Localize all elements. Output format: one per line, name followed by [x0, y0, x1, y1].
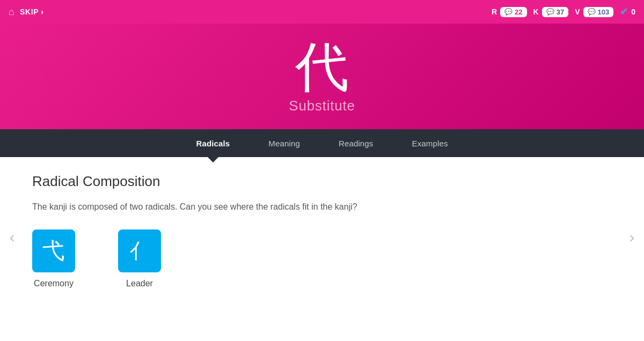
skip-link[interactable]: SKIP › — [20, 8, 44, 16]
home-icon[interactable]: ⌂ — [9, 6, 14, 18]
check-count: 0 — [631, 8, 635, 16]
next-arrow[interactable]: › — [630, 229, 634, 246]
tab-examples[interactable]: Examples — [393, 129, 467, 157]
check-badge: ✔ 0 — [620, 6, 635, 18]
k-count: 37 — [557, 8, 564, 16]
tab-meaning[interactable]: Meaning — [249, 129, 319, 157]
leader-label: Leader — [126, 279, 153, 288]
r-count: 22 — [515, 8, 522, 16]
k-speech-icon: 💬 — [546, 8, 554, 16]
nav-right: R 💬 22 K 💬 37 V 💬 103 ✔ 0 — [492, 6, 635, 18]
radical-card-leader: 亻 Leader — [118, 229, 161, 288]
radicals-badge: R 💬 22 — [492, 7, 527, 17]
tab-nav: Radicals Meaning Readings Examples — [0, 129, 644, 157]
r-speech-icon: 💬 — [504, 8, 513, 16]
kanji-character: 代 — [11, 40, 633, 93]
ceremony-label: Ceremony — [34, 279, 74, 288]
kanji-meaning: Substitute — [289, 98, 355, 114]
k-count-box: 💬 37 — [542, 7, 568, 17]
nav-left: ⌂ SKIP › — [9, 6, 44, 18]
kanji-badge: K 💬 37 — [533, 7, 569, 17]
section-description: The kanji is composed of two radicals. C… — [32, 201, 612, 213]
radical-card-ceremony: 弋 Ceremony — [32, 229, 75, 288]
v-count: 103 — [598, 8, 610, 16]
main-content: ‹ › Radical Composition The kanji is com… — [0, 157, 644, 318]
r-count-box: 💬 22 — [500, 7, 526, 17]
top-nav: ⌂ SKIP › R 💬 22 K 💬 37 V 💬 103 — [0, 0, 644, 24]
ceremony-tile[interactable]: 弋 — [32, 229, 75, 272]
check-icon: ✔ — [620, 6, 628, 18]
radicals-row: 弋 Ceremony 亻 Leader — [32, 229, 612, 288]
k-label: K — [533, 8, 539, 16]
section-title: Radical Composition — [32, 173, 612, 190]
prev-arrow[interactable]: ‹ — [10, 229, 14, 246]
leader-tile[interactable]: 亻 — [118, 229, 161, 272]
r-label: R — [492, 8, 497, 16]
tab-readings[interactable]: Readings — [319, 129, 393, 157]
v-label: V — [575, 8, 580, 16]
v-speech-icon: 💬 — [588, 8, 596, 16]
vocab-badge: V 💬 103 — [575, 7, 613, 17]
tab-radicals[interactable]: Radicals — [177, 129, 249, 157]
skip-label: SKIP — [20, 8, 39, 16]
skip-arrow: › — [41, 8, 43, 16]
v-count-box: 💬 103 — [583, 7, 614, 17]
hero-section: 代 Substitute — [0, 24, 644, 129]
